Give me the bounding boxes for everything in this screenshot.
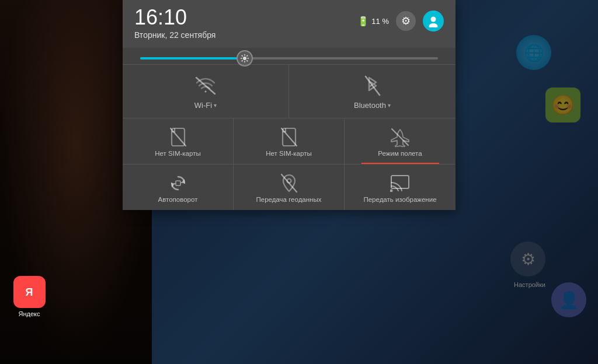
toggle-row-3: Автоповорот Передача геоданных (123, 164, 456, 210)
svg-line-9 (241, 55, 242, 57)
toggle-row-2: Нет SIM-карты Нет SIM-карты Режим полета (123, 118, 456, 164)
toggle-sim2[interactable]: Нет SIM-карты (234, 118, 345, 164)
toggle-airplane[interactable]: Режим полета (345, 118, 456, 164)
toggle-bluetooth[interactable]: Bluetooth ▾ (289, 64, 456, 118)
cast-icon (390, 173, 411, 194)
time-block: 16:10 Вторник, 22 сентября (134, 7, 215, 40)
svg-line-19 (392, 129, 408, 145)
svg-line-18 (281, 128, 297, 146)
toggle-autorotate[interactable]: Автоповорот (123, 164, 234, 210)
svg-line-11 (246, 55, 248, 57)
battery-icon: 🔋 (357, 16, 369, 27)
svg-line-16 (171, 128, 186, 146)
toggle-sim1[interactable]: Нет SIM-карты (123, 118, 234, 164)
toggle-location[interactable]: Передача геоданных (234, 164, 345, 210)
panel-header: 16:10 Вторник, 22 сентября 🔋 11 % ⚙ (123, 0, 456, 48)
battery-percent: 11 % (371, 17, 389, 26)
battery-indicator: 🔋 11 % (357, 16, 389, 27)
svg-line-10 (246, 60, 248, 61)
svg-point-3 (429, 23, 438, 27)
bluetooth-dropdown-arrow: ▾ (388, 102, 391, 108)
wifi-label: Wi-Fi ▾ (194, 101, 217, 110)
sim1-off-icon (168, 127, 189, 148)
wifi-off-icon (194, 74, 217, 97)
yandex-icon: Я (13, 276, 46, 308)
cast-label: Передать изображение (363, 196, 436, 203)
location-off-icon (279, 173, 300, 194)
svg-rect-22 (176, 181, 180, 186)
airplane-label: Режим полета (378, 150, 422, 157)
sim2-label: Нет SIM-карты (266, 150, 311, 157)
autorotate-label: Автоповорот (158, 196, 198, 203)
svg-point-2 (431, 17, 436, 22)
svg-marker-20 (180, 179, 185, 183)
brightness-fill (140, 57, 245, 60)
sim2-off-icon (279, 127, 300, 148)
svg-marker-21 (172, 183, 176, 187)
bluetooth-off-icon (361, 74, 384, 97)
svg-point-26 (390, 190, 393, 192)
autorotate-icon (168, 173, 189, 194)
svg-point-4 (243, 57, 246, 60)
settings-button[interactable]: ⚙ (396, 11, 416, 31)
toggle-wifi[interactable]: Wi-Fi ▾ (123, 64, 289, 118)
date-display: Вторник, 22 сентября (134, 30, 215, 40)
svg-line-12 (241, 60, 242, 61)
notification-panel: 16:10 Вторник, 22 сентября 🔋 11 % ⚙ (123, 0, 456, 210)
toggle-row-1: Wi-Fi ▾ Bluetooth ▾ (123, 64, 456, 118)
time-display: 16:10 (134, 7, 215, 28)
brightness-section (123, 48, 456, 64)
wifi-dropdown-arrow: ▾ (214, 102, 217, 108)
sim1-label: Нет SIM-карты (155, 150, 200, 157)
airplane-off-icon (390, 127, 411, 148)
brightness-slider[interactable] (140, 57, 438, 60)
location-label: Передача геоданных (256, 196, 322, 203)
toggle-cast[interactable]: Передать изображение (345, 164, 456, 210)
yandex-app[interactable]: Я Яндекс (12, 276, 47, 317)
yandex-label: Яндекс (12, 310, 47, 317)
avatar-button[interactable] (423, 10, 444, 32)
header-icons: 🔋 11 % ⚙ (357, 10, 444, 32)
svg-text:Я: Я (26, 286, 33, 298)
bluetooth-label: Bluetooth ▾ (354, 101, 391, 110)
